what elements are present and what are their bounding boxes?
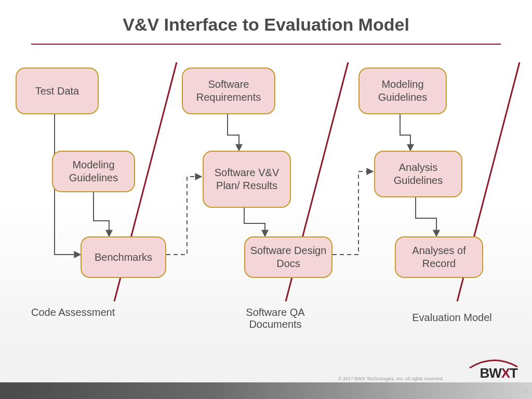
label-code-assessment: Code Assessment [31, 307, 135, 318]
node-analysis-guidelines: Analysis Guidelines [374, 151, 462, 197]
label-evaluation-model: Evaluation Model [400, 312, 504, 324]
logo-text-bw: BW [480, 365, 501, 381]
node-test-data: Test Data [16, 68, 99, 114]
label-software-qa: Software QA Documents [223, 307, 327, 330]
node-software-requirements: Software Requirements [182, 68, 275, 114]
logo-text-x: X [501, 365, 510, 381]
node-modeling-guidelines-1: Modeling Guidelines [52, 151, 135, 192]
node-benchmarks: Benchmarks [81, 236, 166, 278]
copyright-text: © 2017 BWX Technologies, Inc. All rights… [338, 376, 444, 381]
title-rule [31, 44, 501, 45]
page-number: 5 [525, 389, 528, 395]
node-software-design-docs: Software Design Docs [244, 236, 332, 278]
company-logo: BWXT [480, 365, 517, 381]
node-analyses-of-record: Analyses of Record [395, 236, 483, 278]
node-software-vv-plan: Software V&V Plan/ Results [203, 151, 291, 208]
slide-title: V&V Interface to Evaluation Model [0, 15, 532, 35]
node-modeling-guidelines-2: Modeling Guidelines [358, 68, 447, 114]
logo-text-t: T [510, 365, 517, 381]
footer-bar [0, 382, 532, 399]
